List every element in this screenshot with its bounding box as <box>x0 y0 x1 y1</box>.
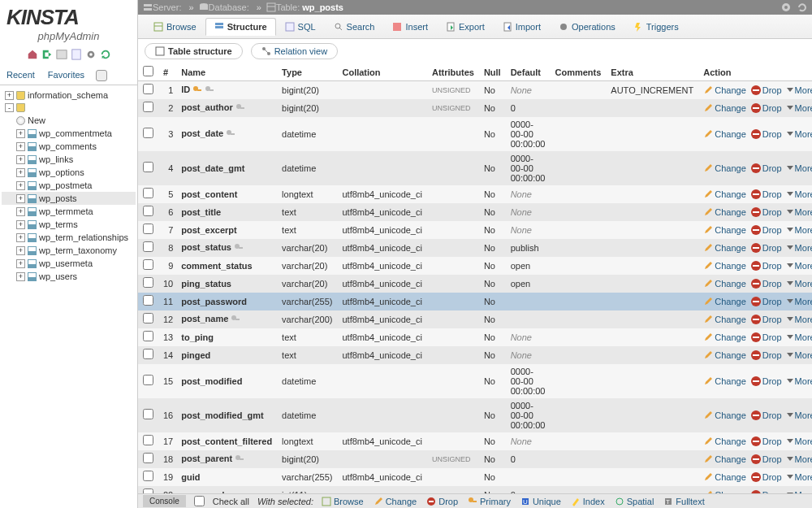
more-link[interactable]: More <box>787 243 812 253</box>
col-name[interactable]: post_parent <box>176 450 277 468</box>
more-link[interactable]: More <box>787 189 812 199</box>
reload-icon[interactable] <box>100 49 111 60</box>
change-link[interactable]: Change <box>703 454 746 464</box>
change-link[interactable]: Change <box>703 163 746 173</box>
bottom-spatial[interactable]: Spatial <box>615 497 654 506</box>
check-all-header[interactable] <box>143 66 153 76</box>
drop-link[interactable]: Drop <box>751 297 782 306</box>
change-link[interactable]: Change <box>703 410 746 420</box>
expand-icon[interactable]: + <box>16 207 25 216</box>
drop-link[interactable]: Drop <box>751 376 782 386</box>
col-name[interactable]: to_ping <box>176 328 277 346</box>
tab-triggers[interactable]: Triggers <box>624 18 688 36</box>
change-link[interactable]: Change <box>703 207 746 217</box>
change-link[interactable]: Change <box>703 189 746 199</box>
console-button[interactable]: Console <box>143 495 186 507</box>
change-link[interactable]: Change <box>703 225 746 235</box>
more-link[interactable]: More <box>787 279 812 289</box>
tree-wp_term_relationships[interactable]: +wp_term_relationships <box>2 231 136 244</box>
row-check[interactable] <box>143 313 153 323</box>
expand-icon[interactable]: + <box>16 259 25 268</box>
collapse-icon[interactable] <box>96 70 107 81</box>
row-check[interactable] <box>143 409 153 419</box>
row-check[interactable] <box>143 206 153 216</box>
col-name[interactable]: post_content <box>176 185 277 203</box>
change-link[interactable]: Change <box>703 350 746 360</box>
col-name[interactable]: post_content_filtered <box>176 432 277 450</box>
change-link[interactable]: Change <box>703 332 746 342</box>
col-name[interactable]: ID <box>176 81 277 99</box>
more-link[interactable]: More <box>787 129 812 139</box>
drop-link[interactable]: Drop <box>751 350 782 360</box>
tab-structure[interactable]: Structure <box>205 18 276 36</box>
row-check[interactable] <box>143 277 153 288</box>
tree-wp_links[interactable]: +wp_links <box>2 153 136 166</box>
tree-wp_users[interactable]: +wp_users <box>2 270 136 283</box>
more-link[interactable]: More <box>787 297 812 306</box>
row-check[interactable] <box>143 453 153 463</box>
row-check[interactable] <box>143 375 153 385</box>
change-link[interactable]: Change <box>703 85 746 95</box>
more-link[interactable]: More <box>787 350 812 360</box>
col-name[interactable]: post_date <box>176 117 277 151</box>
refresh-icon[interactable] <box>797 2 807 12</box>
change-link[interactable]: Change <box>703 261 746 271</box>
drop-link[interactable]: Drop <box>751 436 782 446</box>
docs-icon[interactable] <box>71 49 82 60</box>
col-name[interactable]: post_author <box>176 99 277 117</box>
row-check[interactable] <box>143 224 153 234</box>
tab-sql[interactable]: SQL <box>276 18 325 36</box>
tree-wp_postmeta[interactable]: +wp_postmeta <box>2 179 136 192</box>
expand-icon[interactable]: + <box>16 129 25 138</box>
col-name[interactable]: post_modified <box>176 364 277 398</box>
row-check[interactable] <box>143 241 153 252</box>
col-name[interactable]: comment_status <box>176 257 277 275</box>
more-link[interactable]: More <box>787 315 812 324</box>
tree-db[interactable]: - <box>2 102 136 114</box>
drop-link[interactable]: Drop <box>751 472 782 482</box>
tree-wp_terms[interactable]: +wp_terms <box>2 218 136 231</box>
expand-icon[interactable]: + <box>16 181 25 190</box>
more-link[interactable]: More <box>787 436 812 446</box>
col-name[interactable]: post_date_gmt <box>176 151 277 185</box>
col-name[interactable]: post_excerpt <box>176 221 277 239</box>
more-link[interactable]: More <box>787 103 812 113</box>
settings-icon[interactable] <box>85 49 97 60</box>
expand-icon[interactable]: + <box>16 272 25 281</box>
expand-icon[interactable]: + <box>5 91 14 100</box>
expand-icon[interactable]: - <box>5 103 14 112</box>
row-check[interactable] <box>143 188 153 198</box>
drop-link[interactable]: Drop <box>751 103 782 113</box>
more-link[interactable]: More <box>787 85 812 95</box>
drop-link[interactable]: Drop <box>751 332 782 342</box>
bottom-drop[interactable]: Drop <box>426 497 458 506</box>
drop-link[interactable]: Drop <box>751 261 782 271</box>
tree-wp_posts[interactable]: +wp_posts <box>2 192 136 205</box>
row-check[interactable] <box>143 128 153 138</box>
exit-icon[interactable] <box>41 49 53 60</box>
tab-search[interactable]: Search <box>325 18 384 36</box>
drop-link[interactable]: Drop <box>751 129 782 139</box>
expand-icon[interactable]: + <box>16 194 25 203</box>
tab-operations[interactable]: Operations <box>550 18 624 36</box>
tree-new[interactable]: New <box>2 114 136 127</box>
tab-browse[interactable]: Browse <box>145 18 205 36</box>
more-link[interactable]: More <box>787 225 812 235</box>
expand-icon[interactable]: + <box>16 155 25 164</box>
tree-information_schema[interactable]: +information_schema <box>2 89 136 102</box>
col-name[interactable]: guid <box>176 468 277 486</box>
row-check[interactable] <box>143 84 153 94</box>
drop-link[interactable]: Drop <box>751 243 782 253</box>
tab-export[interactable]: Export <box>437 18 494 36</box>
check-all-box[interactable] <box>194 496 205 506</box>
col-name[interactable]: post_password <box>176 293 277 310</box>
tree-wp_options[interactable]: +wp_options <box>2 166 136 179</box>
sql-icon[interactable] <box>56 49 67 60</box>
col-name[interactable]: post_title <box>176 203 277 221</box>
tab-import[interactable]: Import <box>494 18 550 36</box>
drop-link[interactable]: Drop <box>751 410 782 420</box>
table-structure-button[interactable]: Table structure <box>145 43 243 59</box>
gear-icon[interactable] <box>781 2 791 12</box>
change-link[interactable]: Change <box>703 436 746 446</box>
col-name[interactable]: post_status <box>176 239 277 257</box>
